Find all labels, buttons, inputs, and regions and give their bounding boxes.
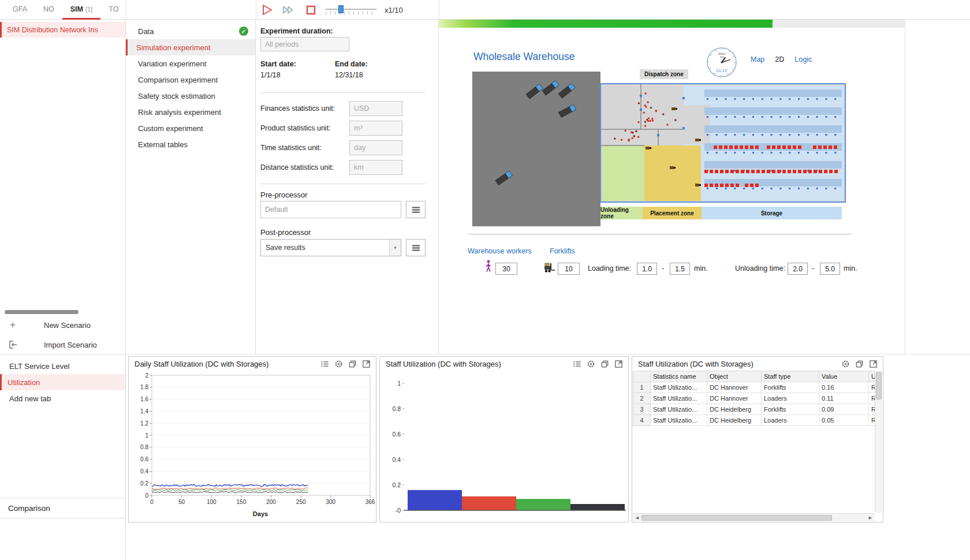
svg-text:100: 100 xyxy=(207,499,217,505)
unit-input-2[interactable] xyxy=(349,140,402,155)
view-link-logic[interactable]: Logic xyxy=(794,55,812,64)
range-dash: - xyxy=(812,264,814,272)
unit-input-0[interactable] xyxy=(349,101,402,116)
forklifts-link[interactable]: Forklifts xyxy=(550,247,575,255)
copy-icon[interactable] xyxy=(348,359,357,369)
progress-fill xyxy=(439,20,773,28)
menu-item-data[interactable]: Data✓ xyxy=(126,23,255,39)
copy-icon[interactable] xyxy=(855,359,864,369)
forklifts-count-input[interactable] xyxy=(558,263,580,275)
slider-handle[interactable] xyxy=(338,5,344,13)
column-header[interactable]: U xyxy=(869,371,875,382)
column-header[interactable]: Object xyxy=(707,371,762,382)
table-cell: 0.16 xyxy=(819,382,869,393)
duration-input[interactable] xyxy=(260,37,349,51)
divider xyxy=(468,234,852,234)
staff-utilization-bar-panel: Staff Utilization (DC with Storages) 10.… xyxy=(379,356,629,522)
gear-icon[interactable] xyxy=(334,359,344,369)
table-cell: R xyxy=(869,382,875,393)
dashboard-tab-add-new-tab[interactable]: Add new tab xyxy=(0,390,125,406)
menu-item-simulation-experiment[interactable]: Simulation experiment xyxy=(126,39,255,55)
column-header[interactable]: Statistics name xyxy=(651,371,707,382)
end-date-label: End date: xyxy=(335,60,368,68)
scrollbar-thumb[interactable] xyxy=(876,372,882,400)
unit-input-3[interactable] xyxy=(349,160,402,175)
menu-item-risk-analysis-experiment[interactable]: Risk analysis experiment xyxy=(126,104,255,120)
svg-text:366: 366 xyxy=(365,499,375,505)
preprocessor-list-button[interactable] xyxy=(406,201,426,218)
scroll-left-icon[interactable]: ◀ xyxy=(633,514,641,521)
expand-icon[interactable] xyxy=(361,359,371,369)
unloading-min-input[interactable] xyxy=(788,263,808,275)
top-tab-gfa[interactable]: GFA xyxy=(5,0,35,20)
unit-input-1[interactable] xyxy=(349,121,402,136)
list-icon[interactable] xyxy=(320,359,330,369)
scroll-right-icon[interactable]: ▶ xyxy=(866,514,875,521)
table-horizontal-scrollbar[interactable]: ◀ ▶ xyxy=(633,513,875,521)
view-link-2d[interactable]: 2D xyxy=(775,55,784,64)
menu-item-safety-stock-estimation[interactable]: Safety stock estimation xyxy=(126,88,255,104)
menu-item-variation-experiment[interactable]: Variation experiment xyxy=(126,55,255,72)
forklift-icon xyxy=(543,262,555,275)
scenario-item-selected[interactable]: SIM Distribution Network Ins xyxy=(0,22,125,38)
preprocessor-input[interactable] xyxy=(260,201,401,218)
svg-text:300: 300 xyxy=(326,499,335,505)
svg-text:250: 250 xyxy=(296,499,306,505)
loading-min-input[interactable] xyxy=(637,263,657,275)
warehouse-workers-link[interactable]: Warehouse workers xyxy=(468,247,532,255)
menu-item-custom-experiment[interactable]: Custom experiment xyxy=(126,120,255,136)
scrollbar-thumb[interactable] xyxy=(641,515,832,521)
svg-text:0.2: 0.2 xyxy=(392,481,401,488)
svg-text:200: 200 xyxy=(266,499,276,505)
divider xyxy=(256,0,256,20)
svg-text:0: 0 xyxy=(150,499,154,505)
daily-staff-utilization-panel: Daily Staff Utilization (DC with Storage… xyxy=(128,356,376,522)
warehouse-layout-graphic xyxy=(472,72,846,226)
stop-button[interactable] xyxy=(304,3,318,17)
column-header[interactable]: Staff type xyxy=(762,371,819,382)
svg-text:1.4: 1.4 xyxy=(140,408,148,415)
copy-icon[interactable] xyxy=(600,359,610,369)
start-date-value: 1/1/18 xyxy=(260,71,281,79)
x-axis-label: Days xyxy=(129,510,376,517)
top-tab-sim[interactable]: SIM[1] xyxy=(62,0,100,20)
postprocessor-value: Save results xyxy=(261,244,389,252)
view-link-map[interactable]: Map xyxy=(751,55,764,64)
unloading-max-input[interactable] xyxy=(820,263,840,275)
menu-item-comparison-experiment[interactable]: Comparison experiment xyxy=(126,72,255,88)
gear-icon[interactable] xyxy=(841,359,850,369)
slider-track xyxy=(326,9,376,10)
loading-max-input[interactable] xyxy=(670,263,690,275)
column-header[interactable] xyxy=(633,371,651,382)
table-row[interactable]: 1Staff Utilizatio...DC HannoverForklifts… xyxy=(633,382,875,393)
import-scenario-button[interactable]: Import Scenario xyxy=(0,337,126,353)
gear-icon[interactable] xyxy=(586,359,596,369)
column-header[interactable]: Value xyxy=(819,371,869,382)
postprocessor-select[interactable]: Save results ▾ xyxy=(260,239,401,256)
unit-label-1: Product statistics unit: xyxy=(260,124,331,132)
expand-icon[interactable] xyxy=(614,359,624,369)
table-row[interactable]: 2Staff Utilizatio...DC HannoverLoaders0.… xyxy=(633,393,875,404)
table-row[interactable]: 3Staff Utilizatio...DC HeidelbergForklif… xyxy=(633,404,875,415)
new-scenario-button[interactable]: + New Scenario xyxy=(0,317,126,333)
play-button[interactable] xyxy=(260,3,274,17)
list-icon[interactable] xyxy=(572,359,582,369)
scenario-list-scrollbar[interactable] xyxy=(5,310,79,314)
expand-icon[interactable] xyxy=(868,359,878,369)
dashboard-tab-elt-service-level[interactable]: ELT Service Level xyxy=(0,358,125,374)
table-cell: Loaders xyxy=(762,393,819,404)
table-vertical-scrollbar[interactable] xyxy=(875,371,882,513)
workers-count-input[interactable] xyxy=(495,263,517,275)
top-tab-no[interactable]: NO xyxy=(35,0,62,20)
fast-forward-button[interactable] xyxy=(282,3,296,17)
comparison-section[interactable]: Comparison xyxy=(0,498,126,518)
table-row[interactable]: 4Staff Utilizatio...DC HeidelbergLoaders… xyxy=(633,415,875,426)
table-cell: DC Hannover xyxy=(707,393,762,404)
top-tab-to[interactable]: TO xyxy=(100,0,126,20)
plus-icon: + xyxy=(7,319,18,331)
speed-slider[interactable] xyxy=(326,4,376,16)
table-cell: 0.05 xyxy=(819,415,869,426)
postprocessor-list-button[interactable] xyxy=(406,239,426,256)
menu-item-external-tables[interactable]: External tables xyxy=(126,136,255,152)
dashboard-tab-utilization[interactable]: Utilization xyxy=(0,374,125,390)
